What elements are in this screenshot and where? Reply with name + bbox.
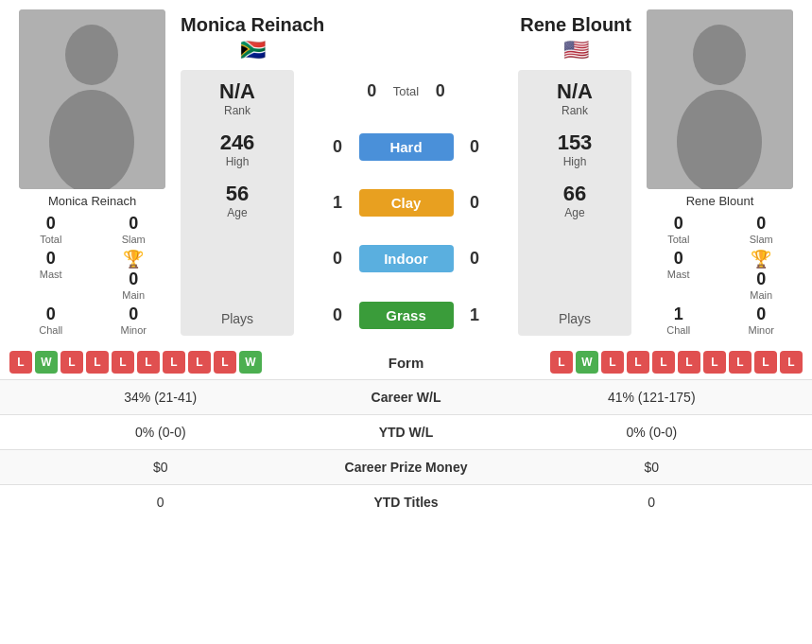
left-player-name-below: Monica Reinach	[48, 194, 136, 208]
right-minor-value: 0	[756, 305, 766, 324]
right-total-cell: 0 Total	[642, 214, 716, 245]
form-pill: L	[188, 351, 211, 374]
right-high-item: 153 High	[529, 131, 620, 168]
right-age-item: 66 Age	[529, 182, 620, 219]
form-pill: L	[627, 351, 649, 374]
career-wl-label: Career W/L	[312, 390, 501, 405]
right-player-name-top: Rene Blount	[520, 14, 631, 36]
form-pill: L	[60, 351, 83, 374]
svg-point-2	[49, 90, 134, 189]
ytd-wl-row: 0% (0-0) YTD W/L 0% (0-0)	[0, 414, 812, 449]
form-pill: L	[86, 351, 109, 374]
left-stats-grid: 0 Total 0 Slam 0 Mast 🏆 0 Main 0	[9, 214, 175, 336]
right-high-label: High	[529, 155, 620, 168]
right-minor-cell: 0 Minor	[725, 305, 799, 336]
left-player-card: Monica Reinach 0 Total 0 Slam 0 Mast 🏆 0	[9, 9, 175, 336]
clay-button[interactable]: Clay	[359, 189, 454, 217]
left-high-label: High	[192, 155, 283, 168]
indoor-left-score: 0	[326, 249, 350, 269]
hard-row: 0 Hard 0	[300, 126, 512, 167]
right-mast-label: Mast	[667, 269, 690, 280]
left-total-cell: 0 Total	[14, 214, 88, 245]
svg-point-4	[693, 25, 746, 85]
right-plays-label: Plays	[529, 311, 620, 326]
right-ytd-wl: 0% (0-0)	[501, 425, 803, 440]
right-flag: 🇺🇸	[563, 38, 589, 62]
top-section: Monica Reinach 0 Total 0 Slam 0 Mast 🏆 0	[0, 0, 812, 345]
form-pill: L	[652, 351, 675, 374]
right-mast-cell: 0 Mast	[642, 249, 716, 301]
right-main-label: Main	[750, 289, 772, 301]
total-row: 0 Total 0	[300, 70, 512, 112]
court-buttons-col: 0 Total 0 0 Hard 0 1 Clay 0	[300, 70, 512, 336]
left-slam-label: Slam	[122, 234, 146, 245]
right-ytd-titles: 0	[501, 495, 803, 510]
indoor-row: 0 Indoor 0	[300, 238, 512, 280]
form-pill: L	[550, 351, 573, 374]
form-pill: L	[729, 351, 752, 374]
hard-button[interactable]: Hard	[359, 133, 454, 161]
form-pill: L	[9, 351, 32, 374]
left-form-pills: LWLLLLLLLW	[9, 351, 344, 374]
right-mast-value: 0	[674, 249, 683, 269]
right-slam-cell: 0 Slam	[725, 214, 799, 245]
right-age-value: 66	[529, 182, 620, 206]
left-career-wl: 34% (21-41)	[9, 390, 312, 405]
indoor-button[interactable]: Indoor	[359, 245, 454, 272]
court-stats-wrapper: N/A Rank 246 High 56 Age Plays	[181, 70, 631, 336]
middle-panel: Monica Reinach 🇿🇦 Rene Blount 🇺🇸 N/A Ran…	[181, 9, 631, 336]
ytd-titles-row: 0 YTD Titles 0	[0, 484, 812, 519]
right-chall-label: Chall	[666, 324, 690, 336]
left-detail-card: N/A Rank 246 High 56 Age Plays	[181, 70, 294, 336]
left-minor-cell: 0 Minor	[97, 305, 171, 336]
left-rank-item: N/A Rank	[192, 79, 283, 117]
grass-button[interactable]: Grass	[359, 302, 454, 329]
svg-point-5	[677, 90, 762, 189]
right-rank-value: N/A	[529, 79, 620, 104]
right-rank-label: Rank	[529, 104, 620, 117]
clay-row: 1 Clay 0	[300, 183, 512, 224]
right-minor-label: Minor	[748, 324, 774, 336]
left-total-label: Total	[40, 234, 61, 245]
form-pill: L	[163, 351, 185, 374]
form-pill: W	[35, 351, 58, 374]
left-career-prize: $0	[9, 460, 312, 475]
form-section: LWLLLLLLLW Form LWLLLLLLLL	[0, 345, 812, 379]
left-slam-cell: 0 Slam	[97, 214, 171, 245]
right-total-value: 0	[674, 214, 683, 234]
left-high-value: 246	[192, 131, 283, 155]
left-trophy-cell: 🏆 0 Main	[97, 249, 171, 301]
left-mast-value: 0	[46, 249, 56, 269]
svg-point-1	[65, 25, 118, 85]
left-trophy-icon: 🏆	[123, 249, 144, 270]
form-pill: L	[780, 351, 803, 374]
left-minor-value: 0	[129, 305, 138, 324]
right-player-name-below: Rene Blount	[686, 194, 754, 208]
form-pill: L	[601, 351, 624, 374]
left-mast-label: Mast	[40, 269, 62, 280]
left-main-label: Main	[122, 289, 145, 301]
left-player-photo	[19, 9, 165, 189]
right-slam-value: 0	[756, 214, 766, 234]
form-pill: L	[703, 351, 726, 374]
right-slam-label: Slam	[750, 234, 773, 245]
right-total-label: Total	[667, 234, 689, 245]
left-main-value: 0	[129, 270, 138, 289]
right-rank-item: N/A Rank	[529, 79, 620, 117]
left-age-label: Age	[192, 206, 283, 219]
left-rank-label: Rank	[192, 104, 283, 117]
left-flag: 🇿🇦	[240, 38, 266, 62]
left-minor-label: Minor	[120, 324, 147, 336]
form-pill: L	[112, 351, 134, 374]
career-prize-label: Career Prize Money	[312, 460, 501, 475]
clay-right-score: 0	[463, 193, 487, 213]
right-high-value: 153	[529, 131, 620, 155]
career-prize-row: $0 Career Prize Money $0	[0, 449, 812, 484]
right-total-score: 0	[428, 81, 452, 101]
right-age-label: Age	[529, 206, 620, 219]
right-stats-grid: 0 Total 0 Slam 0 Mast 🏆 0 Main 1	[637, 214, 803, 336]
left-slam-value: 0	[129, 214, 138, 234]
right-chall-cell: 1 Chall	[642, 305, 716, 336]
form-label: Form	[350, 355, 463, 371]
right-career-wl: 41% (121-175)	[501, 390, 803, 405]
